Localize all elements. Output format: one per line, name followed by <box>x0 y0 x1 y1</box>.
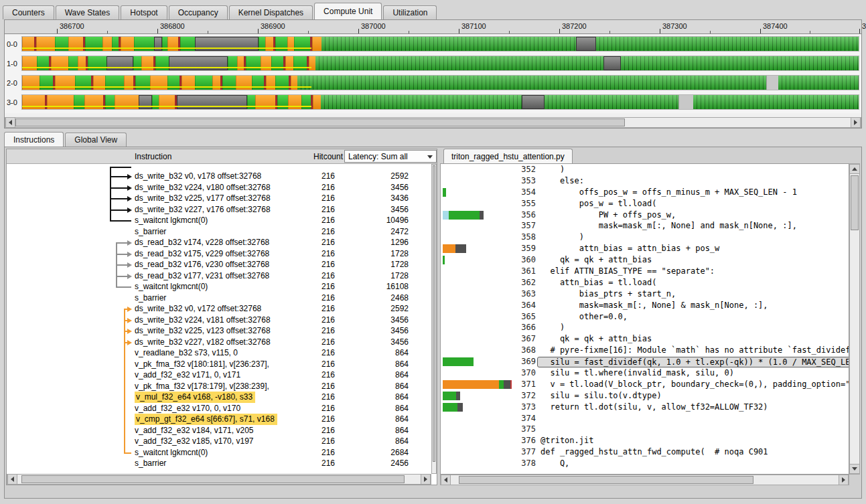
instruction-row[interactable]: v_mul_f32_e64 v168, -v180, s33216864 <box>7 392 431 403</box>
tab-utilization[interactable]: Utilization <box>383 5 437 19</box>
source-line[interactable]: 370 silu = tl.where(invalid_mask, silu, … <box>441 367 849 379</box>
source-vscrollbar[interactable] <box>849 163 860 475</box>
instruction-vscroll-track[interactable] <box>432 165 436 473</box>
detail-panel: Instruction Hitcount Latency: Sum all _d… <box>4 147 862 499</box>
instruction-vscrollbar[interactable] <box>431 164 437 474</box>
instruction-row[interactable]: ds_write_b32 v224, v180 offset:327682163… <box>7 182 431 193</box>
source-line[interactable]: 377def _ragged_hstu_attn_fwd_compute( # … <box>441 446 849 458</box>
instruction-row[interactable]: ds_write_b32 v227, v182 offset:327682163… <box>7 337 431 348</box>
timeline-scroll-right-button[interactable] <box>851 118 861 127</box>
instruction-scroll-left-button[interactable] <box>7 475 17 484</box>
instruction-row[interactable]: s_waitcnt lgkmcnt(0)21610496 <box>7 215 431 226</box>
instruction-scroll-track[interactable] <box>17 475 421 484</box>
tab-counters[interactable]: Counters <box>3 5 54 19</box>
tab-compute-unit[interactable]: Compute Unit <box>314 3 382 19</box>
source-line[interactable]: 361 elif ATTN_BIAS_TYPE == "separate": <box>441 266 849 277</box>
instruction-row[interactable]: v_add_f32_e32 v171, 0, v171216864 <box>7 369 431 381</box>
instruction-row[interactable]: v_readlane_b32 s73, v115, 0216864 <box>7 347 431 359</box>
source-line[interactable]: 364 mask=mask_m[:, None] & mask_n[None, … <box>441 300 849 311</box>
source-line[interactable]: 353 else: <box>441 175 849 187</box>
code-text: return tl.dot(silu, v, allow_tf32=ALLOW_… <box>540 402 768 413</box>
source-line[interactable]: 376@triton.jit <box>441 435 849 446</box>
source-line[interactable]: 363 bias_ptrs + start_n, <box>441 288 849 300</box>
tab-wave-states[interactable]: Wave States <box>56 5 120 19</box>
source-line[interactable]: 374 <box>441 413 849 424</box>
source-file-tab[interactable]: triton_ragged_hstu_attention.py <box>443 149 573 163</box>
latency-bar-segment <box>443 392 456 400</box>
instruction-row[interactable]: ds_write_b32 v225, v177 offset:327682163… <box>7 193 431 204</box>
source-line[interactable]: 366 ) <box>441 322 849 333</box>
source-hscroll-thumb[interactable] <box>459 476 753 484</box>
instruction-scroll-thumb[interactable] <box>21 475 405 483</box>
source-line[interactable]: 375 <box>441 424 849 435</box>
latency-bar-segment <box>449 211 480 220</box>
tab-hotspot[interactable]: Hotspot <box>121 5 167 19</box>
tab-global-view[interactable]: Global View <box>65 133 127 147</box>
instruction-row[interactable]: v_cmp_gt_f32_e64 s[66:67], s71, v1682168… <box>7 414 431 425</box>
instruction-row[interactable]: s_barrier2162468 <box>7 292 431 304</box>
source-hscroll-track[interactable] <box>451 475 839 485</box>
source-line[interactable]: 360 qk = qk + attn_bias <box>441 254 849 266</box>
source-line[interactable]: 358 ) <box>441 232 849 243</box>
instruction-row[interactable]: v_pk_fma_f32 v[178:179], v[238:239],2168… <box>7 381 431 392</box>
source-line[interactable]: 354 offs_pos_w = offs_n_minus_m + MAX_SE… <box>441 187 849 198</box>
source-line[interactable]: 367 qk = qk + attn_bias <box>441 333 849 345</box>
wave-timeline-bar[interactable] <box>21 94 859 110</box>
tab-occupancy[interactable]: Occupancy <box>169 5 228 19</box>
source-line[interactable]: 365 other=0.0, <box>441 311 849 323</box>
instruction-row[interactable]: ds_write_b32 v225, v123 offset:327682163… <box>7 325 431 337</box>
instruction-row[interactable]: s_barrier2162456 <box>7 458 431 469</box>
instruction-row[interactable]: ds_write_b32 v0, v172 offset:32768216259… <box>7 303 431 315</box>
instruction-row[interactable]: v_add_f32_e32 v170, 0, v170216864 <box>7 403 431 414</box>
timeline-scroll-left-button[interactable] <box>5 118 15 127</box>
source-vscroll-track[interactable] <box>850 174 859 464</box>
arrow-right-icon <box>854 120 857 125</box>
instruction-row[interactable]: s_barrier2162472 <box>7 226 431 238</box>
instruction-row[interactable]: ds_read_b32 v175, v229 offset:3276821617… <box>7 248 431 260</box>
instruction-vscroll-thumb[interactable] <box>433 165 435 462</box>
source-scroll-up-button[interactable] <box>850 164 859 174</box>
tab-kernel-dispatches[interactable]: Kernel Dispatches <box>229 5 313 19</box>
instruction-scroll-right-button[interactable] <box>421 475 431 484</box>
timeline-hscrollbar[interactable] <box>5 117 861 128</box>
instruction-row[interactable]: ds_read_b32 v174, v228 offset:3276821612… <box>7 237 431 248</box>
instruction-row[interactable]: s_waitcnt lgkmcnt(0)21616108 <box>7 281 431 292</box>
instruction-column-header: Instruction <box>135 152 171 161</box>
source-line[interactable]: 359 attn_bias = attn_bias + pos_w <box>441 243 849 254</box>
source-line[interactable]: 352 ) <box>441 164 849 175</box>
wave-timeline-bar[interactable] <box>21 36 859 52</box>
instruction-row[interactable]: ds_write_b32 v0, v178 offset:32768216259… <box>7 171 431 182</box>
source-vscroll-thumb[interactable] <box>851 175 859 230</box>
instruction-row[interactable]: ds_write_b32 v224, v181 offset:327682163… <box>7 315 431 326</box>
source-line[interactable]: 369 silu = fast_dividef(qk, 1.0 + tl.exp… <box>441 356 849 367</box>
instruction-row[interactable]: v_add_f32_e32 v185, v170, v197216864 <box>7 436 431 447</box>
source-line[interactable]: 357 mask=mask_m[:, None] and mask_n[None… <box>441 220 849 232</box>
timeline-scroll-track[interactable] <box>15 118 851 127</box>
source-line[interactable]: 378 Q, <box>441 458 849 469</box>
latency-dropdown[interactable]: Latency: Sum all <box>344 150 437 163</box>
source-scroll-left-button[interactable] <box>441 475 451 485</box>
instruction-row[interactable]: s_waitcnt lgkmcnt(0)2162684 <box>7 447 431 458</box>
source-line[interactable]: 356 PW + offs_pos_w, <box>441 209 849 221</box>
instruction-row[interactable]: v_pk_fma_f32 v[180:181], v[236:237],2168… <box>7 359 431 370</box>
source-line[interactable]: 373 return tl.dot(silu, v, allow_tf32=AL… <box>441 402 849 413</box>
wave-timeline-bar[interactable] <box>21 56 859 71</box>
source-hscrollbar[interactable] <box>440 475 849 485</box>
source-line[interactable]: 372 silu = silu.to(v.dtype) <box>441 390 849 402</box>
source-line[interactable]: 371 v = tl.load(V_block_ptr, boundary_ch… <box>441 379 849 390</box>
source-scroll-down-button[interactable] <box>850 464 859 474</box>
instruction-row[interactable]: ds_read_b32 v177, v231 offset:3276821617… <box>7 270 431 282</box>
instruction-row[interactable]: ds_write_b32 v227, v176 offset:327682163… <box>7 204 431 216</box>
source-line[interactable]: 355 pos_w = tl.load( <box>441 198 849 209</box>
source-scroll-right-button[interactable] <box>839 475 849 485</box>
line-number: 372 <box>508 390 536 402</box>
instruction-row[interactable]: _ <box>7 164 431 171</box>
instruction-row[interactable]: v_add_f32_e32 v184, v171, v205216864 <box>7 425 431 436</box>
tab-instructions[interactable]: Instructions <box>4 132 64 147</box>
source-line[interactable]: 362 attn_bias = tl.load( <box>441 277 849 288</box>
instruction-row[interactable]: ds_read_b32 v176, v230 offset:3276821617… <box>7 259 431 270</box>
timeline-scroll-thumb[interactable] <box>15 118 625 127</box>
source-line[interactable]: 368 # pyre-fixme[16]: Module `math` has … <box>441 345 849 356</box>
wave-timeline-bar[interactable] <box>21 75 859 90</box>
instruction-hscrollbar[interactable] <box>7 474 431 485</box>
